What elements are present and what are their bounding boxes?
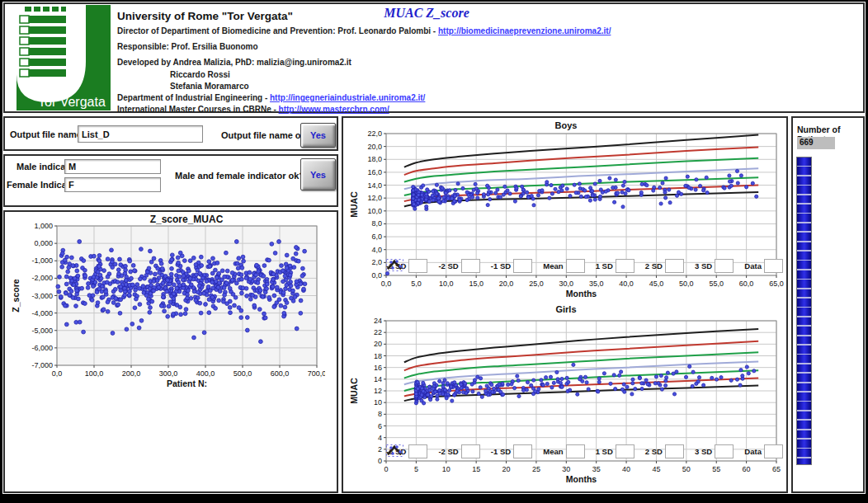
legend-curve-icon [616,259,634,273]
legend-curve-icon [715,444,734,458]
header-line-text: Riccardo Rossi [170,70,230,79]
legend-curve-icon [566,259,585,273]
svg-text:0,000: 0,000 [34,239,53,247]
legend-label: -1 SD [491,447,511,456]
svg-text:300,0: 300,0 [159,369,178,378]
svg-text:30,0: 30,0 [559,280,574,288]
legend-item--2-sd[interactable]: -2 SD [438,444,479,458]
boys-chart: 0,05,010,015,020,025,030,035,040,045,050… [348,129,785,308]
mf-ok-button[interactable]: Yes [300,158,336,190]
svg-text:-3,000: -3,000 [31,292,53,300]
legend-curve-icon [513,444,532,458]
legend-item--1-sd[interactable]: -1 SD [491,259,532,273]
patients-tank-indicator [796,157,812,465]
svg-text:4,0: 4,0 [371,246,382,254]
legend-item--1-sd[interactable]: -1 SD [491,444,532,458]
zscore-chart-svg: 0,0100,0200,0300,0400,0500,0600,0700,01,… [10,222,325,395]
header-link[interactable]: http://www.mastercbrn.com/ [279,105,389,114]
header-line-text: Responsible: Prof. Ersilia Buonomo [117,42,258,51]
output-file-ok-label: Output file name ok? [221,130,299,140]
svg-text:-5,000: -5,000 [31,327,53,335]
svg-text:24: 24 [374,317,382,325]
header-line: Stefania Moramarco [170,82,249,91]
output-file-label: Output file name [10,129,82,139]
svg-text:12,0: 12,0 [367,194,382,202]
svg-text:700,0: 700,0 [308,369,325,378]
svg-text:20,0: 20,0 [367,143,382,151]
svg-text:30: 30 [562,465,570,473]
legend-label: 2 SD [645,447,663,456]
legend-curve-icon [665,444,684,458]
legend-item-3-sd[interactable]: 3 SD [695,259,734,273]
svg-text:50,0: 50,0 [679,280,694,288]
legend-curve-icon [461,259,480,273]
legend-label: Mean [543,447,563,456]
legend-item--2-sd[interactable]: -2 SD [438,259,479,273]
legend-curve-icon [513,259,532,273]
legend-item-2-sd[interactable]: 2 SD [645,259,684,273]
legend-item-data[interactable]: Data [744,444,783,458]
tor-vergata-logo-graphic: Tor Vergata [7,5,111,110]
svg-text:Months: Months [566,474,597,484]
patients-panel: Number of Patients 669 [791,116,865,493]
svg-text:0,0: 0,0 [381,280,392,288]
zscore-chart: 0,0100,0200,0300,0400,0500,0600,0700,01,… [10,222,325,395]
legend-label: Data [744,261,762,270]
female-indicator-input[interactable] [64,177,161,192]
svg-text:20,0: 20,0 [499,280,514,288]
svg-text:55: 55 [712,465,720,473]
svg-text:MUAC: MUAC [349,191,359,218]
legend-item-2-sd[interactable]: 2 SD [645,444,684,458]
logo-text: Tor Vergata [38,95,106,109]
svg-text:45,0: 45,0 [649,280,664,288]
header-line-text: Stefania Moramarco [170,82,249,91]
svg-text:5: 5 [414,465,418,473]
legend-item-1-sd[interactable]: 1 SD [596,259,634,273]
university-name: University of Rome "Tor Vergata" [117,10,293,22]
indicator-panel: Male indicator Female Indicator Male and… [3,154,338,207]
svg-text:60: 60 [743,465,751,473]
legend-label: 3 SD [695,261,712,270]
svg-text:55,0: 55,0 [709,280,724,288]
header-line: Responsible: Prof. Ersilia Buonomo [117,42,258,51]
svg-text:10,0: 10,0 [439,280,454,288]
svg-text:16: 16 [374,364,382,372]
svg-text:22,0: 22,0 [367,129,382,138]
svg-text:65: 65 [772,465,781,473]
svg-text:40: 40 [622,465,630,473]
legend-item-mean[interactable]: Mean [543,259,584,273]
svg-text:MUAC: MUAC [349,378,359,404]
boys-plot-legend: -3 SD-2 SD-1 SDMean1 SD2 SD3 SDData [386,259,783,273]
svg-text:20: 20 [374,340,382,348]
output-file-ok-button[interactable]: Yes [300,123,336,148]
svg-text:10: 10 [442,465,451,473]
header-link[interactable]: http://ingegneriaindustriale.uniroma2.it… [270,93,425,102]
svg-text:15,0: 15,0 [469,280,484,288]
svg-text:4: 4 [378,434,382,442]
svg-text:Months: Months [566,289,597,299]
legend-label: Mean [543,261,563,270]
svg-text:0,0: 0,0 [371,271,382,280]
svg-text:Z_score: Z_score [11,279,21,312]
legend-item-mean[interactable]: Mean [543,444,584,458]
header-panel: Tor Vergata University of Rome "Tor Verg… [3,2,865,113]
girls-chart: 0510152025303540455055606502468101214161… [348,316,785,494]
header-line: Department of Industrial Engineering - h… [117,93,425,102]
output-file-input[interactable] [78,125,203,143]
legend-label: -1 SD [491,261,511,270]
svg-text:35,0: 35,0 [589,280,604,288]
legend-item-3-sd[interactable]: 3 SD [695,444,734,458]
svg-text:20: 20 [502,465,511,473]
header-line: Developed by Andrea Malizia, PhD: malizi… [117,58,351,67]
legend-curve-icon [408,259,427,273]
svg-text:8,0: 8,0 [371,219,382,228]
growth-charts-panel: Boys 0,05,010,015,020,025,030,035,040,04… [342,116,788,493]
header-link[interactable]: http://biomedicinaeprevenzione.uniroma2.… [438,26,611,35]
app-title: MUAC Z_score [352,6,501,21]
svg-text:400,0: 400,0 [196,369,215,378]
svg-text:-1,000: -1,000 [31,256,53,265]
legend-item-1-sd[interactable]: 1 SD [596,444,634,458]
legend-item-data[interactable]: Data [744,259,783,273]
male-indicator-input[interactable] [64,159,161,174]
header-line-text: Developed by Andrea Malizia, PhD: malizi… [117,58,351,67]
